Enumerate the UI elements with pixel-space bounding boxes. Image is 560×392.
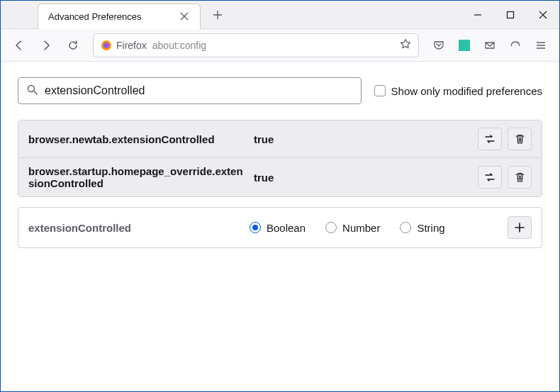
pref-row[interactable]: browser.newtab.extensionControlled true xyxy=(18,121,542,157)
pref-row-actions xyxy=(478,128,532,150)
toggle-button[interactable] xyxy=(478,166,502,189)
new-tab-button[interactable] xyxy=(206,4,229,26)
window-controls xyxy=(461,1,559,29)
search-row: Show only modified preferences xyxy=(18,77,542,104)
delete-button[interactable] xyxy=(508,166,532,189)
pref-value: true xyxy=(248,172,478,184)
toggle-button[interactable] xyxy=(478,128,502,150)
pref-row-actions xyxy=(478,166,532,189)
type-radio-group: Boolean Number String xyxy=(248,222,508,234)
radio-icon xyxy=(400,222,411,233)
pref-row[interactable]: browser.startup.homepage_override.extens… xyxy=(18,157,542,196)
close-window-button[interactable] xyxy=(527,1,559,29)
checkbox-icon xyxy=(374,85,386,96)
pref-value: true xyxy=(248,133,478,145)
maximize-button[interactable] xyxy=(494,1,527,29)
account-icon[interactable] xyxy=(504,34,527,57)
add-button[interactable] xyxy=(508,216,532,239)
forward-button[interactable] xyxy=(35,34,57,57)
about-config-content: Show only modified preferences browser.n… xyxy=(1,62,559,264)
menu-button[interactable] xyxy=(530,34,552,57)
radio-label: String xyxy=(417,222,444,234)
minimize-button[interactable] xyxy=(461,1,494,29)
browser-tab[interactable]: Advanced Preferences xyxy=(38,4,201,29)
pocket-icon[interactable] xyxy=(427,34,450,57)
mail-icon[interactable] xyxy=(478,34,501,57)
radio-label: Boolean xyxy=(267,222,306,234)
search-input[interactable] xyxy=(45,84,352,97)
identity-label: Firefox xyxy=(116,40,147,51)
svg-rect-0 xyxy=(508,11,514,18)
radio-number[interactable]: Number xyxy=(325,222,380,234)
reload-button[interactable] xyxy=(62,34,84,57)
svg-point-4 xyxy=(28,85,35,91)
radio-label: Number xyxy=(342,222,380,234)
extension-icon[interactable] xyxy=(453,34,476,57)
close-tab-icon[interactable] xyxy=(179,11,190,22)
radio-icon xyxy=(250,222,261,233)
radio-icon xyxy=(325,222,337,233)
svg-point-2 xyxy=(103,43,109,48)
navigation-toolbar: Firefox about:config xyxy=(1,29,559,62)
titlebar: Advanced Preferences xyxy=(1,1,559,29)
pref-name: browser.newtab.extensionControlled xyxy=(28,133,248,145)
show-modified-checkbox[interactable]: Show only modified preferences xyxy=(374,85,542,97)
bookmark-star-icon[interactable] xyxy=(400,38,411,52)
delete-button[interactable] xyxy=(508,128,532,150)
url-text: about:config xyxy=(152,40,206,51)
firefox-logo-icon xyxy=(101,40,112,51)
radio-boolean[interactable]: Boolean xyxy=(250,222,306,234)
url-bar[interactable]: Firefox about:config xyxy=(93,33,419,57)
svg-point-3 xyxy=(517,42,519,43)
toolbar-actions xyxy=(427,34,552,57)
pref-name: browser.startup.homepage_override.extens… xyxy=(28,165,248,189)
search-box[interactable] xyxy=(18,77,362,104)
add-preference-row: extensionControlled Boolean Number Strin… xyxy=(18,207,542,248)
preferences-list: browser.newtab.extensionControlled true … xyxy=(18,120,542,197)
checkbox-label: Show only modified preferences xyxy=(391,85,542,97)
identity-box[interactable]: Firefox xyxy=(101,40,147,51)
tab-title: Advanced Preferences xyxy=(48,11,179,22)
radio-string[interactable]: String xyxy=(400,222,444,234)
search-icon xyxy=(27,84,38,98)
add-pref-name: extensionControlled xyxy=(28,222,248,234)
back-button[interactable] xyxy=(8,34,30,57)
